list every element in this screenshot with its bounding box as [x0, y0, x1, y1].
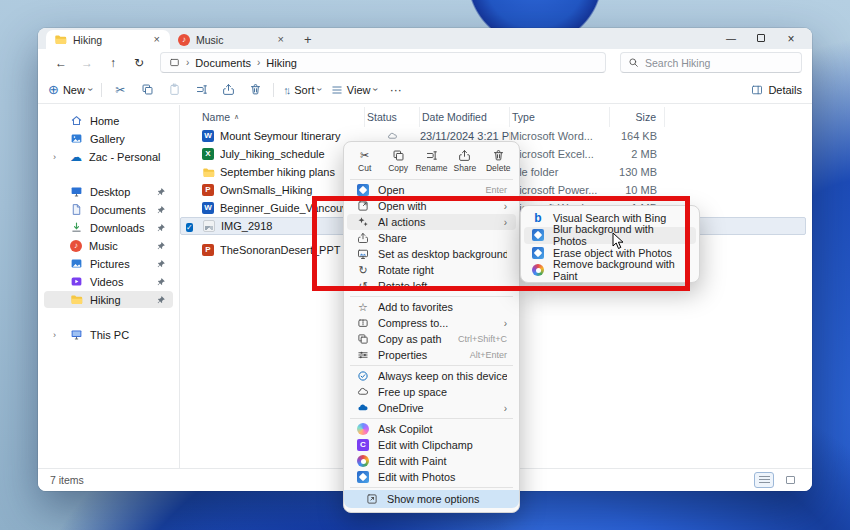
column-header-name[interactable]: Name∧ — [180, 107, 365, 127]
window-controls: — × — [716, 28, 806, 49]
sidebar-item-onedrive-personal[interactable]: › ☁ Zac - Personal — [44, 148, 173, 165]
breadcrumb-item-documents[interactable]: Documents — [195, 57, 251, 69]
open-with-icon — [357, 200, 369, 212]
menu-item-compress-to[interactable]: Compress to... › — [347, 315, 516, 331]
sidebar-item-home[interactable]: Home — [44, 112, 173, 129]
menu-item-edit-with-photos[interactable]: Edit with Photos — [347, 469, 516, 485]
breadcrumb-item-hiking[interactable]: Hiking — [266, 57, 297, 69]
view-button[interactable]: View › — [331, 84, 378, 96]
cut-menu-button[interactable]: ✂ Cut — [349, 149, 381, 173]
new-button[interactable]: ⊕ New › — [48, 82, 92, 97]
column-header-status[interactable]: Status — [365, 107, 420, 127]
submenu-item-blur-background[interactable]: Blur background with Photos — [524, 227, 696, 245]
see-more-button[interactable]: ··· — [387, 83, 405, 97]
up-button[interactable]: ↑ — [102, 56, 124, 70]
paste-button[interactable] — [165, 83, 183, 96]
ai-actions-submenu: b Visual Search with Bing Blur backgroun… — [520, 205, 700, 283]
menu-item-rotate-left[interactable]: ↺ Rotate left — [347, 278, 516, 294]
menu-item-share[interactable]: Share — [347, 230, 516, 246]
close-tab-icon[interactable]: × — [276, 34, 286, 45]
search-box[interactable] — [620, 52, 802, 73]
sort-label: Sort — [294, 84, 314, 96]
sidebar-item-desktop[interactable]: Desktop — [44, 183, 173, 200]
tab-music[interactable]: ♪ Music × — [170, 30, 294, 49]
desktop-background-icon — [357, 248, 369, 260]
context-menu: ✂ Cut Copy Rename Share Delete Open Ente… — [343, 141, 520, 513]
sort-caret-icon: ∧ — [234, 113, 239, 121]
star-icon: ☆ — [357, 302, 369, 313]
details-pane-icon — [751, 84, 763, 96]
sidebar-item-gallery[interactable]: Gallery — [44, 130, 173, 147]
tab-hiking[interactable]: Hiking × — [46, 30, 170, 49]
close-window-button[interactable]: × — [776, 32, 806, 46]
thumbnail-view-toggle[interactable] — [780, 472, 800, 488]
breadcrumb-separator: › — [186, 57, 189, 68]
photos-app-icon — [532, 247, 544, 259]
file-type: Microsoft Power... — [510, 184, 610, 196]
menu-item-free-up-space[interactable]: Free up space — [347, 384, 516, 400]
breadcrumb-separator: › — [257, 57, 260, 68]
menu-item-onedrive[interactable]: OneDrive › — [347, 400, 516, 416]
delete-menu-button[interactable]: Delete — [482, 149, 514, 173]
share-menu-button[interactable]: Share — [449, 149, 481, 173]
maximize-button[interactable] — [746, 33, 776, 44]
sidebar-label: Documents — [90, 204, 146, 216]
share-button[interactable] — [219, 83, 237, 96]
submenu-item-remove-background[interactable]: Remove background with Paint — [524, 262, 696, 280]
chevron-right-icon[interactable]: › — [53, 152, 56, 162]
menu-item-ai-actions[interactable]: AI actions › — [347, 214, 516, 230]
delete-button[interactable] — [246, 83, 264, 96]
image-file-icon — [203, 220, 215, 232]
refresh-button[interactable]: ↻ — [128, 56, 150, 70]
chevron-right-icon[interactable]: › — [53, 330, 56, 340]
close-tab-icon[interactable]: × — [152, 34, 162, 45]
sidebar-item-pictures[interactable]: Pictures — [44, 255, 173, 272]
menu-item-open-with[interactable]: Open with › — [347, 198, 516, 214]
sort-button[interactable]: ↑↓ Sort › — [283, 84, 322, 96]
rename-menu-button[interactable]: Rename — [415, 149, 447, 173]
rename-button[interactable] — [192, 83, 210, 96]
sidebar-label: Hiking — [90, 294, 121, 306]
sidebar-label: Zac - Personal — [89, 151, 161, 163]
minimize-button[interactable]: — — [716, 33, 746, 44]
sidebar-item-hiking[interactable]: Hiking — [44, 291, 173, 308]
menu-item-add-to-favorites[interactable]: ☆ Add to favorites — [347, 299, 516, 315]
chevron-down-icon: › — [371, 88, 382, 91]
menu-item-edit-with-paint[interactable]: Edit with Paint — [347, 453, 516, 469]
column-header-type[interactable]: Type — [510, 107, 610, 127]
copilot-icon — [357, 423, 369, 435]
details-view-toggle[interactable] — [754, 472, 774, 488]
sidebar-item-videos[interactable]: Videos — [44, 273, 173, 290]
file-size: 2 MB — [610, 148, 665, 160]
onedrive-cloud-icon: ☁ — [70, 150, 82, 164]
menu-item-always-keep-on-device[interactable]: Always keep on this device — [347, 368, 516, 384]
breadcrumb[interactable]: › Documents › Hiking — [160, 52, 606, 73]
forward-button[interactable]: → — [76, 56, 98, 70]
new-tab-button[interactable]: + — [304, 30, 312, 49]
checkbox-checked[interactable]: ✓ — [186, 223, 193, 232]
menu-item-copy-as-path[interactable]: Copy as path Ctrl+Shift+C — [347, 331, 516, 347]
copy-button[interactable] — [138, 83, 156, 96]
copy-menu-button[interactable]: Copy — [382, 149, 414, 173]
menu-item-open[interactable]: Open Enter — [347, 182, 516, 198]
menu-item-show-more-options[interactable]: Show more options — [344, 490, 519, 508]
view-label: View — [347, 84, 371, 96]
menu-item-edit-with-clipchamp[interactable]: C Edit with Clipchamp — [347, 437, 516, 453]
menu-item-set-as-desktop-background[interactable]: Set as desktop background — [347, 246, 516, 262]
search-input[interactable] — [645, 57, 794, 69]
cut-button[interactable]: ✂ — [111, 83, 129, 97]
column-header-date[interactable]: Date Modified — [420, 107, 510, 127]
menu-item-properties[interactable]: Properties Alt+Enter — [347, 347, 516, 363]
sidebar-item-documents[interactable]: Documents — [44, 201, 173, 218]
sidebar-item-music[interactable]: ♪ Music — [44, 237, 173, 254]
menu-item-rotate-right[interactable]: ↻ Rotate right — [347, 262, 516, 278]
file-name: Mount Seymour Itinerary — [220, 130, 365, 142]
cloud-icon — [357, 386, 369, 398]
plus-circle-icon: ⊕ — [48, 82, 59, 97]
column-header-size[interactable]: Size — [610, 107, 665, 127]
sidebar-item-this-pc[interactable]: › This PC — [44, 326, 173, 343]
details-pane-button[interactable]: Details — [751, 84, 802, 96]
sidebar-item-downloads[interactable]: Downloads — [44, 219, 173, 236]
menu-item-ask-copilot[interactable]: Ask Copilot — [347, 421, 516, 437]
back-button[interactable]: ← — [50, 56, 72, 70]
